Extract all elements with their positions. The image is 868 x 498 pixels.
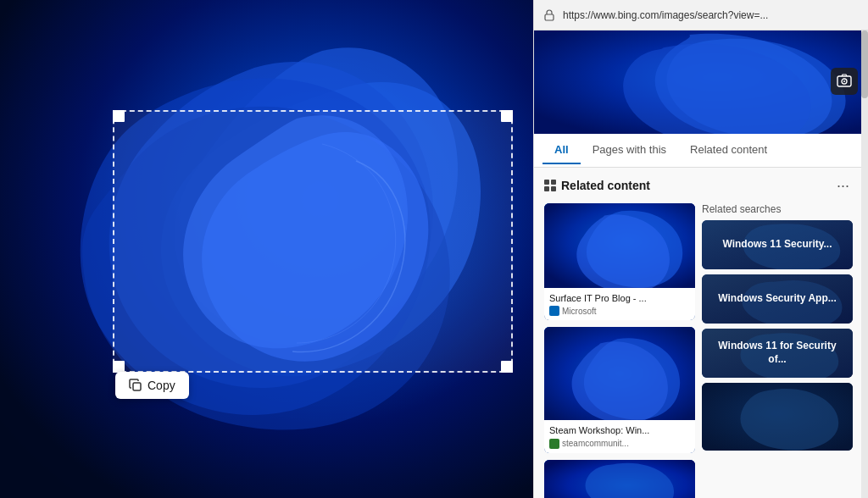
suggestion-chip-2[interactable]: Windows Security App...: [702, 274, 853, 324]
image-card-2-source-text: steamcommunit...: [562, 439, 629, 448]
tabs-bar: All Pages with this Related content: [534, 132, 868, 168]
suggestion-chip-3[interactable]: Windows 11 for Security of...: [702, 329, 853, 378]
image-card-1-source: Microsoft: [549, 306, 690, 316]
image-card-2-thumbnail: [544, 327, 695, 420]
copy-icon: [129, 379, 142, 392]
scroll-thumb[interactable]: [861, 30, 868, 98]
image-card-3-thumbnail: [544, 460, 695, 498]
svg-rect-3: [545, 14, 554, 20]
tab-related-content[interactable]: Related content: [678, 135, 779, 164]
section-header: Related content ···: [544, 176, 853, 195]
svg-point-7: [843, 80, 845, 82]
image-card-3[interactable]: Windows 11 Wallpaper... dribbble.com: [544, 460, 695, 498]
suggestion-chip-3-label: Windows 11 for Security of...: [702, 329, 853, 378]
tab-all[interactable]: All: [542, 135, 581, 164]
screenshot-button[interactable]: [831, 68, 858, 95]
more-options-button[interactable]: ···: [833, 176, 853, 195]
suggestion-chip-1[interactable]: Windows 11 Security...: [702, 220, 853, 269]
image-card-2[interactable]: Steam Workshop: Win... steamcommunit...: [544, 327, 695, 452]
lock-icon: [542, 8, 556, 22]
selection-rectangle: [113, 110, 513, 373]
search-suggestions-column: Related searches: [702, 203, 853, 498]
tab-pages-with-this[interactable]: Pages with this: [581, 135, 678, 164]
image-card-1-thumbnail: [544, 203, 695, 288]
suggestion-chip-2-label: Windows Security App...: [702, 274, 853, 324]
address-bar: https://www.bing.com/images/search?view=…: [534, 0, 868, 30]
source-favicon-steam: [549, 439, 559, 449]
image-cards-column: Surface IT Pro Blog - ... Microsoft: [544, 203, 695, 498]
copy-button-label: Copy: [147, 379, 175, 392]
svg-rect-2: [133, 383, 141, 390]
related-searches-label: Related searches: [702, 203, 853, 215]
selection-corner-br: [501, 361, 513, 373]
screenshot-icon: [837, 74, 852, 89]
section-title: Related content: [544, 179, 650, 192]
image-card-2-title: Steam Workshop: Win...: [549, 424, 690, 436]
source-favicon-microsoft: [549, 306, 559, 316]
selection-corner-bl: [113, 361, 125, 373]
address-text[interactable]: https://www.bing.com/images/search?view=…: [563, 9, 860, 21]
image-card-1-source-text: Microsoft: [562, 307, 597, 316]
grid-icon: [544, 180, 556, 191]
image-card-1-info: Surface IT Pro Blog - ... Microsoft: [544, 288, 695, 320]
top-image-strip: [534, 30, 868, 132]
selection-corner-tr: [501, 110, 513, 122]
browser-sidebar: https://www.bing.com/images/search?view=…: [533, 0, 868, 498]
copy-button[interactable]: Copy: [115, 372, 189, 399]
image-card-2-source: steamcommunit...: [549, 439, 690, 449]
image-card-1[interactable]: Surface IT Pro Blog - ... Microsoft: [544, 203, 695, 320]
content-area: Related content ···: [534, 168, 868, 498]
scrollbar[interactable]: [861, 30, 868, 498]
selection-corner-tl: [113, 110, 125, 122]
suggestion-chip-1-label: Windows 11 Security...: [702, 220, 853, 269]
image-card-1-title: Surface IT Pro Blog - ...: [549, 292, 690, 304]
two-column-layout: Surface IT Pro Blog - ... Microsoft: [544, 203, 853, 498]
image-card-2-info: Steam Workshop: Win... steamcommunit...: [544, 420, 695, 452]
suggestion-chip-4[interactable]: [702, 383, 853, 451]
wallpaper-background: Copy: [0, 0, 534, 498]
